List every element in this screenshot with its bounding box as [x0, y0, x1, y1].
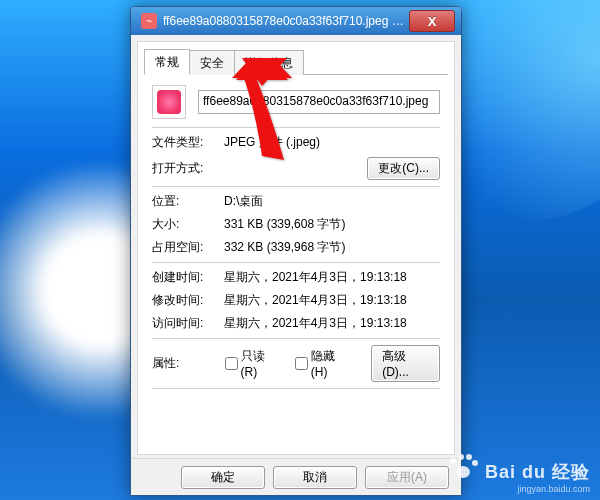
value-modified: 星期六，2021年4月3日，19:13:18	[224, 292, 440, 309]
title-icon: ~	[141, 13, 157, 29]
separator	[152, 262, 440, 263]
readonly-label: 只读(R)	[241, 348, 277, 379]
value-created: 星期六，2021年4月3日，19:13:18	[224, 269, 440, 286]
separator	[152, 388, 440, 389]
readonly-checkbox[interactable]: 只读(R)	[225, 348, 277, 379]
change-button[interactable]: 更改(C)...	[367, 157, 440, 180]
label-size-on-disk: 占用空间:	[152, 239, 224, 256]
filename-field[interactable]: ff6ee89a0880315878e0c0a33f63f710.jpeg	[198, 90, 440, 114]
titlebar[interactable]: ~ ff6ee89a0880315878e0c0a33f63f710.jpeg …	[131, 7, 461, 35]
watermark-url: jingyan.baidu.com	[485, 484, 590, 494]
tab-general[interactable]: 常规	[144, 49, 190, 75]
label-size: 大小:	[152, 216, 224, 233]
general-pane: ff6ee89a0880315878e0c0a33f63f710.jpeg 文件…	[138, 75, 454, 401]
label-opens-with: 打开方式:	[152, 160, 224, 177]
apply-button[interactable]: 应用(A)	[365, 466, 449, 489]
watermark: Bai du 经验 jingyan.baidu.com	[485, 460, 590, 494]
value-accessed: 星期六，2021年4月3日，19:13:18	[224, 315, 440, 332]
value-filetype: JPEG 文件 (.jpeg)	[224, 134, 440, 151]
hidden-input[interactable]	[295, 357, 308, 370]
label-location: 位置:	[152, 193, 224, 210]
separator	[152, 127, 440, 128]
label-filetype: 文件类型:	[152, 134, 224, 151]
label-created: 创建时间:	[152, 269, 224, 286]
hidden-checkbox[interactable]: 隐藏(H)	[295, 348, 347, 379]
value-size-on-disk: 332 KB (339,968 字节)	[224, 239, 440, 256]
readonly-input[interactable]	[225, 357, 238, 370]
watermark-paw-icon	[446, 452, 480, 482]
label-accessed: 访问时间:	[152, 315, 224, 332]
window-title: ff6ee89a0880315878e0c0a33f63f710.jpeg 属性	[163, 13, 409, 30]
close-button[interactable]: X	[409, 10, 455, 32]
tab-strip: 常规 安全 详细信息	[144, 48, 448, 75]
value-location: D:\桌面	[224, 193, 440, 210]
file-thumbnail	[152, 85, 186, 119]
cancel-button[interactable]: 取消	[273, 466, 357, 489]
ok-button[interactable]: 确定	[181, 466, 265, 489]
label-attributes: 属性:	[152, 355, 219, 372]
properties-dialog: ~ ff6ee89a0880315878e0c0a33f63f710.jpeg …	[130, 6, 462, 496]
client-area: 常规 安全 详细信息 ff6ee89a0880315878e0c0a33f63f…	[137, 41, 455, 455]
tab-security[interactable]: 安全	[189, 50, 235, 75]
separator	[152, 186, 440, 187]
advanced-button[interactable]: 高级(D)...	[371, 345, 440, 382]
value-size: 331 KB (339,608 字节)	[224, 216, 440, 233]
desktop-background: ~ ff6ee89a0880315878e0c0a33f63f710.jpeg …	[0, 0, 600, 500]
tab-details[interactable]: 详细信息	[234, 50, 304, 75]
hidden-label: 隐藏(H)	[311, 348, 347, 379]
dialog-buttons: 确定 取消 应用(A)	[131, 458, 461, 495]
image-icon	[157, 90, 181, 114]
separator	[152, 338, 440, 339]
watermark-brand: Bai du 经验	[485, 462, 590, 482]
label-modified: 修改时间:	[152, 292, 224, 309]
